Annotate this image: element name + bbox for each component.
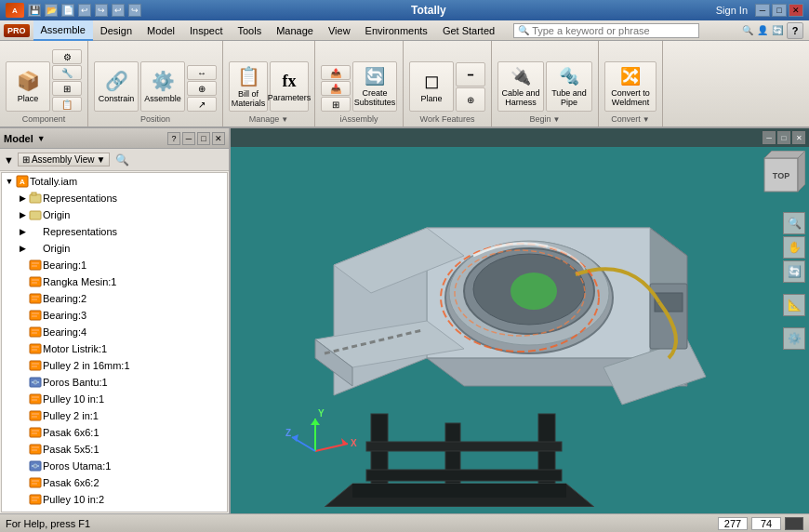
tree-item-expand[interactable] <box>17 310 28 321</box>
tree-item-expand[interactable] <box>17 410 28 421</box>
convert-weld-button[interactable]: 🔀 Convert toWeldment <box>604 61 656 112</box>
create-subs-button[interactable]: 🔄 CreateSubstitutes <box>352 61 397 112</box>
iassembly-btn1[interactable]: 📤 <box>321 65 351 80</box>
menu-inspect[interactable]: Inspect <box>182 20 230 41</box>
tree-representations[interactable]: ▶ Representations <box>2 190 227 206</box>
tree-item[interactable]: Poros Utama:1 <box>2 458 227 474</box>
redo-button[interactable]: ↪ <box>95 4 108 17</box>
tree-item[interactable]: ▶Representations <box>2 223 227 240</box>
iassembly-btn2[interactable]: 📥 <box>321 81 351 96</box>
place-button[interactable]: 📦 Place <box>6 61 50 112</box>
viewport[interactable]: ─ □ ✕ TOP <box>231 128 809 513</box>
tree-item-expand[interactable] <box>17 477 28 488</box>
model-panel-help[interactable]: ? <box>167 132 180 145</box>
create-btn3[interactable]: ⊞ <box>52 81 82 96</box>
tree-item-expand[interactable] <box>17 393 28 405</box>
tree-item[interactable]: ▶Origin <box>2 240 227 257</box>
pos-btn3[interactable]: ↗ <box>187 97 217 112</box>
menu-assemble[interactable]: Assemble <box>33 20 93 41</box>
create-btn2[interactable]: 🔧 <box>52 65 82 80</box>
tree-item[interactable]: Bearing:1 <box>2 257 227 273</box>
constrain-button[interactable]: 🔗 Constrain <box>94 61 139 112</box>
begin-arrow[interactable]: ▼ <box>553 115 561 124</box>
tree-item-expand[interactable]: ▶ <box>17 243 28 254</box>
create-btn4[interactable]: 📋 <box>52 97 82 112</box>
tree-item-expand[interactable]: ▶ <box>17 226 28 237</box>
tree-item-expand[interactable] <box>17 276 28 287</box>
cable-button[interactable]: 🔌 Cable andHarness <box>497 61 544 112</box>
pan-button[interactable]: ✋ <box>783 236 805 259</box>
tree-search-icon[interactable]: 🔍 <box>113 152 130 168</box>
menu-view[interactable]: View <box>321 20 358 41</box>
vp-close[interactable]: ✕ <box>792 131 805 144</box>
tree-item-expand[interactable] <box>17 377 28 388</box>
tree-item-expand[interactable] <box>17 460 28 472</box>
tree-item[interactable]: Pulley 10 in:2 <box>2 491 227 508</box>
tree-item[interactable]: Bearing:2 <box>2 290 227 307</box>
title-minimize[interactable]: ─ <box>755 4 770 17</box>
iassembly-btn3[interactable]: ⊞ <box>321 97 351 112</box>
tree-item[interactable]: Pasak 6x6:1 <box>2 424 227 441</box>
convert-arrow[interactable]: ▼ <box>643 115 650 124</box>
vp-minimize[interactable]: ─ <box>763 131 776 144</box>
title-close[interactable]: ✕ <box>789 4 803 17</box>
tree-item[interactable]: Pasak 6x6:2 <box>2 474 227 491</box>
title-maximize[interactable]: □ <box>772 4 787 17</box>
tree-item[interactable]: Pulley 2 in:1 <box>2 407 227 424</box>
bom-button[interactable]: 📋 Bill ofMaterials <box>229 61 268 112</box>
redo2-button[interactable]: ↪ <box>128 4 141 17</box>
sign-in-button[interactable]: Sign In <box>716 5 748 16</box>
vp-maximize[interactable]: □ <box>777 131 790 144</box>
search-input[interactable] <box>532 25 695 36</box>
pos-btn2[interactable]: ⊕ <box>187 81 217 96</box>
repr-expand[interactable]: ▶ <box>17 193 28 204</box>
pos-btn1[interactable]: ↔ <box>187 65 217 80</box>
tree-item[interactable]: Bearing:4 <box>2 324 227 340</box>
tube-button[interactable]: 🔩 Tube andPipe <box>546 61 592 112</box>
menu-environments[interactable]: Environments <box>358 20 435 41</box>
tree-root[interactable]: ▼ A Totally.iam <box>2 173 227 190</box>
tree-item[interactable]: Bearing:3 <box>2 307 227 324</box>
search-bar[interactable]: 🔍 <box>513 23 699 38</box>
assemble-button[interactable]: ⚙️ Assemble <box>140 61 185 112</box>
tree-item-expand[interactable] <box>17 343 28 354</box>
root-expand[interactable]: ▼ <box>4 176 15 187</box>
model-panel-maximize[interactable]: □ <box>197 132 210 145</box>
wf-btn1[interactable]: ━ <box>456 62 485 86</box>
plane-button[interactable]: ◻ Plane <box>409 61 454 112</box>
tree-item-expand[interactable] <box>17 444 28 455</box>
create-button[interactable]: ⚙ <box>52 49 82 64</box>
undo-button[interactable]: ↩ <box>78 4 91 17</box>
tree-item-expand[interactable] <box>17 360 28 371</box>
tree-item-expand[interactable] <box>17 326 28 338</box>
tree-item[interactable]: Pulley 2 in 16mm:1 <box>2 357 227 374</box>
params-button[interactable]: fx Parameters <box>270 61 309 112</box>
view-options-button[interactable]: 📐 <box>783 294 805 316</box>
origin-expand[interactable]: ▶ <box>17 209 28 220</box>
model-panel-minimize[interactable]: ─ <box>182 132 195 145</box>
tree-item-expand[interactable] <box>17 259 28 271</box>
tree-item[interactable]: Pulley 10 in:1 <box>2 391 227 407</box>
tree-item-expand[interactable] <box>17 494 28 505</box>
tree-origin[interactable]: ▶ Origin <box>2 206 227 223</box>
quick-access-open[interactable]: 📂 <box>45 4 58 17</box>
help-button[interactable]: ? <box>787 22 803 39</box>
tree-item[interactable]: Motor Listrik:1 <box>2 340 227 357</box>
tree-item-expand[interactable] <box>17 427 28 438</box>
orbit-button[interactable]: 🔄 <box>783 260 805 283</box>
menu-design[interactable]: Design <box>93 20 139 41</box>
assembly-view-dropdown[interactable]: ⊞ Assembly View ▼ <box>18 153 111 166</box>
menu-tools[interactable]: Tools <box>231 20 270 41</box>
quick-access-new[interactable]: 📄 <box>61 4 74 17</box>
menu-get-started[interactable]: Get Started <box>435 20 502 41</box>
settings-button[interactable]: ⚙️ <box>783 327 805 350</box>
filter-icon[interactable]: ▼ <box>4 154 14 166</box>
manage-arrow[interactable]: ▼ <box>281 115 288 124</box>
model-dropdown-arrow[interactable]: ▼ <box>37 134 46 143</box>
quick-access-save[interactable]: 💾 <box>28 4 41 17</box>
tree-container[interactable]: ▼ A Totally.iam ▶ Rep <box>1 172 228 512</box>
tree-item[interactable]: Pasak 5x5:1 <box>2 441 227 458</box>
tree-item[interactable]: Rangka Mesin:1 <box>2 273 227 290</box>
tree-item-expand[interactable] <box>17 293 28 304</box>
menu-model[interactable]: Model <box>139 20 182 41</box>
